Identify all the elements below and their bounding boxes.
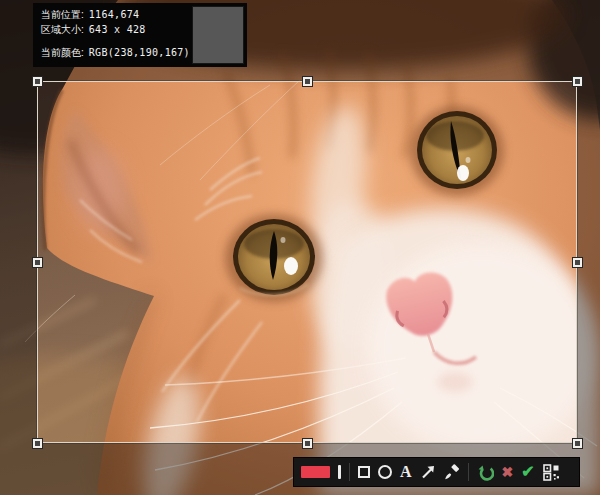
- size-label: 区域大小:: [41, 24, 84, 36]
- capture-overlay: 当前位置: 1164,674 区域大小: 643 x 428 当前颜色: RGB…: [0, 0, 600, 495]
- confirm-button[interactable]: ✔: [521, 464, 534, 480]
- size-value: 643 x 428: [89, 24, 146, 36]
- text-tool-button[interactable]: A: [400, 464, 412, 480]
- brush-icon: [444, 464, 460, 480]
- qr-code-icon: [543, 464, 560, 481]
- selection-handle-w[interactable]: [32, 257, 43, 268]
- undo-button[interactable]: [477, 464, 494, 481]
- cancel-icon: ✖: [502, 465, 514, 479]
- color-value: RGB(238,190,167): [89, 47, 190, 59]
- brush-tool-button[interactable]: [444, 464, 460, 480]
- qr-code-button[interactable]: [543, 464, 560, 481]
- ellipse-icon: [378, 465, 392, 479]
- rectangle-icon: [358, 466, 370, 478]
- rectangle-tool-button[interactable]: [358, 466, 370, 478]
- color-preview-swatch: [192, 6, 244, 64]
- arrow-tool-button[interactable]: [420, 464, 436, 480]
- position-value: 1164,674: [89, 9, 140, 21]
- region-size-row: 区域大小: 643 x 428: [41, 24, 190, 36]
- cancel-button[interactable]: ✖: [502, 465, 514, 479]
- confirm-icon: ✔: [521, 464, 534, 480]
- undo-icon: [477, 464, 494, 481]
- arrow-icon: [420, 464, 436, 480]
- selection-handle-ne[interactable]: [572, 76, 583, 87]
- toolbar-divider: [468, 463, 469, 481]
- ellipse-tool-button[interactable]: [378, 465, 392, 479]
- text-tool-icon: A: [400, 464, 412, 480]
- current-position-row: 当前位置: 1164,674: [41, 9, 190, 21]
- selection-handle-s[interactable]: [302, 438, 313, 449]
- selection-region[interactable]: [37, 81, 577, 443]
- selection-handle-nw[interactable]: [32, 76, 43, 87]
- info-text-block: 当前位置: 1164,674 区域大小: 643 x 428 当前颜色: RGB…: [33, 3, 192, 67]
- selection-handle-se[interactable]: [572, 438, 583, 449]
- selection-handle-n[interactable]: [302, 76, 313, 87]
- current-color-row: 当前颜色: RGB(238,190,167): [41, 47, 190, 59]
- position-label: 当前位置:: [41, 9, 84, 21]
- toolbar-divider: [349, 463, 350, 481]
- magnifier-info-panel: 当前位置: 1164,674 区域大小: 643 x 428 当前颜色: RGB…: [33, 3, 247, 67]
- capture-toolbar: A ✖ ✔: [293, 457, 580, 487]
- color-label: 当前颜色:: [41, 47, 84, 59]
- selection-handle-sw[interactable]: [32, 438, 43, 449]
- thickness-bar: [338, 465, 341, 479]
- selection-handle-e[interactable]: [572, 257, 583, 268]
- thickness-indicator[interactable]: [338, 465, 341, 479]
- color-swatch-button[interactable]: [301, 466, 330, 478]
